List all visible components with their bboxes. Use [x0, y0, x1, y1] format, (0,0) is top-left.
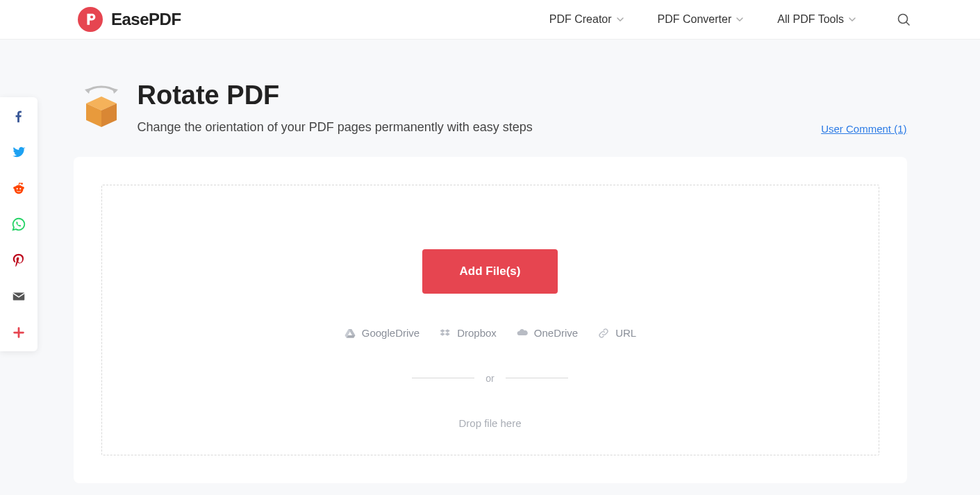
- svg-line-2: [906, 22, 909, 25]
- upload-sources: GoogleDrive Dropbox OneDrive URL: [344, 327, 636, 339]
- source-label: URL: [615, 327, 636, 339]
- share-more[interactable]: [8, 322, 29, 343]
- google-drive-icon: [344, 327, 356, 339]
- page-subtitle: Change the orientation of your PDF pages…: [138, 120, 533, 135]
- source-label: OneDrive: [534, 327, 578, 339]
- nav-pdf-converter[interactable]: PDF Converter: [658, 13, 745, 26]
- svg-point-0: [90, 16, 93, 19]
- share-email[interactable]: [8, 286, 29, 307]
- dropzone[interactable]: Add File(s) GoogleDrive Dropbox OneDrive: [101, 185, 879, 455]
- svg-point-5: [22, 187, 24, 190]
- plus-icon: [11, 325, 26, 340]
- svg-marker-21: [445, 333, 450, 336]
- page-title: Rotate PDF: [138, 81, 533, 110]
- reddit-icon: [11, 181, 26, 196]
- source-google-drive[interactable]: GoogleDrive: [344, 327, 420, 339]
- page-header: Rotate PDF Change the orientation of you…: [74, 80, 907, 135]
- link-icon: [597, 327, 610, 339]
- nav-all-pdf-tools[interactable]: All PDF Tools: [777, 13, 856, 26]
- whatsapp-icon: [11, 217, 26, 232]
- svg-point-4: [13, 187, 16, 190]
- svg-marker-10: [85, 88, 90, 94]
- source-url[interactable]: URL: [597, 327, 636, 339]
- email-icon: [11, 289, 26, 304]
- svg-marker-17: [347, 335, 356, 338]
- nav-pdf-creator[interactable]: PDF Creator: [549, 13, 624, 26]
- svg-marker-11: [113, 88, 118, 94]
- svg-point-3: [15, 185, 24, 194]
- source-label: GoogleDrive: [362, 327, 420, 339]
- onedrive-icon: [516, 327, 529, 339]
- twitter-icon: [11, 144, 26, 160]
- facebook-icon: [11, 108, 26, 124]
- add-files-button[interactable]: Add File(s): [422, 249, 558, 294]
- share-pinterest[interactable]: [8, 250, 29, 271]
- header: EasePDF PDF Creator PDF Converter All PD…: [0, 0, 980, 40]
- or-label: or: [485, 373, 494, 384]
- user-comment-link[interactable]: User Comment (1): [821, 123, 906, 135]
- nav-label: All PDF Tools: [777, 13, 844, 26]
- svg-marker-20: [440, 333, 445, 336]
- upload-card: Add File(s) GoogleDrive Dropbox OneDrive: [74, 157, 907, 483]
- source-dropbox[interactable]: Dropbox: [439, 327, 497, 339]
- or-divider: or: [412, 373, 567, 384]
- search-icon: [897, 12, 911, 26]
- share-reddit[interactable]: [8, 178, 29, 199]
- brand-name: EasePDF: [111, 10, 181, 29]
- svg-point-6: [17, 188, 18, 190]
- svg-rect-9: [13, 293, 25, 301]
- pinterest-icon: [11, 253, 26, 268]
- search-button[interactable]: [897, 12, 911, 26]
- page-title-block: Rotate PDF Change the orientation of you…: [138, 80, 533, 135]
- nav-label: PDF Converter: [658, 13, 732, 26]
- divider-line: [412, 378, 474, 378]
- drop-hint: Drop file here: [458, 417, 521, 429]
- main-nav: PDF Creator PDF Converter All PDF Tools: [549, 12, 911, 26]
- chevron-down-icon: [616, 15, 624, 24]
- chevron-down-icon: [848, 15, 856, 24]
- social-share-rail: [0, 97, 38, 351]
- dropbox-icon: [439, 327, 451, 339]
- share-twitter[interactable]: [8, 142, 29, 162]
- rotate-tool-icon: [75, 80, 128, 133]
- divider-line: [506, 378, 568, 378]
- svg-marker-19: [445, 329, 450, 333]
- svg-marker-18: [440, 329, 445, 333]
- source-onedrive[interactable]: OneDrive: [516, 327, 578, 339]
- svg-point-7: [19, 188, 21, 190]
- chevron-down-icon: [736, 15, 744, 24]
- share-facebook[interactable]: [8, 106, 29, 126]
- nav-label: PDF Creator: [549, 13, 612, 26]
- share-whatsapp[interactable]: [8, 214, 29, 235]
- brand[interactable]: EasePDF: [78, 7, 181, 32]
- brand-logo-icon: [78, 7, 103, 32]
- source-label: Dropbox: [457, 327, 497, 339]
